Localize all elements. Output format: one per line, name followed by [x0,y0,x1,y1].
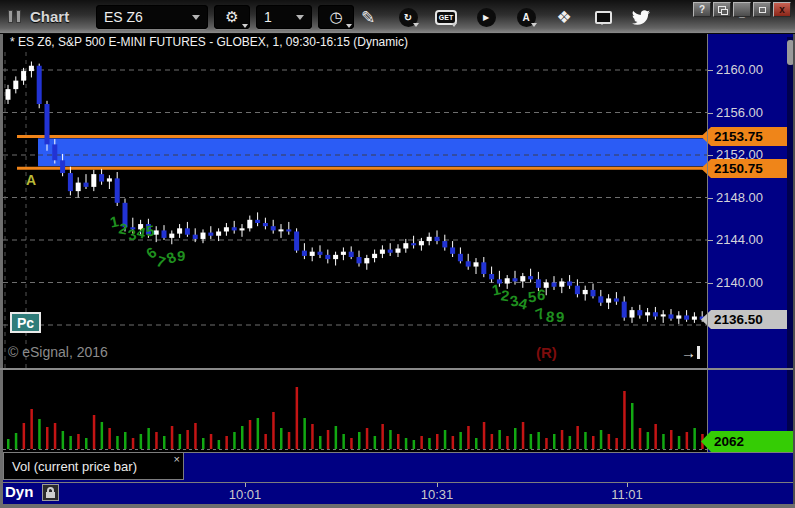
chevron-down-icon [413,23,419,27]
price-axis-label: 2144.00 [716,232,763,247]
auto-trade-button[interactable]: A [513,6,539,28]
price-axis-tick [708,155,713,156]
chevron-down-icon [242,24,248,28]
play-icon: ▶ [477,8,496,27]
symbol-value: ES Z6 [104,9,143,25]
axis-border-line [707,34,708,482]
play-button[interactable]: ▶ [473,6,499,28]
titlebar[interactable]: Chart ES Z6 ⚙ 1 ◷ ✎ ↻ GET ▶ [0,0,795,34]
chevron-down-icon [451,23,457,27]
twitter-share-button[interactable] [628,6,654,28]
pc-study-badge[interactable]: Pc [10,312,41,333]
volume-study-title: Vol (current price bar) [12,459,137,474]
trade-marker-a: A [26,172,36,188]
time-axis-bar[interactable] [3,480,793,504]
symbol-combo[interactable]: ES Z6 [96,5,208,29]
help-button[interactable]: ? [693,2,711,17]
price-axis-label: 2156.00 [716,105,763,120]
reload-chart-button[interactable]: ↻ [395,6,421,28]
volume-study-label: Vol (current price bar) × [3,452,184,480]
time-axis-label: 11:01 [605,487,649,502]
gear-icon: ⚙ [225,8,238,26]
count-7-9-digit: 9 [556,308,564,325]
price-axis-tick [708,113,713,114]
twitter-icon [632,10,650,25]
link-icon: ❖ [556,7,571,28]
window-title: Chart [30,8,69,25]
link-button[interactable]: ❖ [551,6,577,28]
dock-icon [718,6,726,13]
count-7-9-digit: 8 [545,308,555,326]
window-icon [8,10,24,23]
pencil-icon: ✎ [361,7,375,28]
chevron-down-icon [296,15,304,20]
minimize-icon: _ [739,8,745,18]
goto-latest-bar-button[interactable]: → [681,344,700,361]
chevron-down-icon [192,15,200,20]
count-1-6-digit: 5 [527,288,537,306]
minimize-button[interactable]: _ [733,2,751,17]
comment-button[interactable] [590,6,616,28]
count-6-9-digit: 9 [177,247,185,264]
dyn-session-toggle[interactable]: Dyn [5,483,33,500]
last-price-badge: 2136.50 [701,310,793,329]
price-chart-canvas[interactable] [3,52,707,368]
close-button[interactable]: x [773,2,791,17]
lock-icon[interactable] [42,484,59,501]
price-axis-label: 2160.00 [716,62,763,77]
interval-combo[interactable]: 1 [256,5,312,29]
price-axis-tick [708,70,713,71]
chevron-down-icon [531,23,537,27]
help-label: ? [699,5,705,15]
price-axis-tick [708,240,713,241]
session-r-marker: (R) [536,344,557,361]
maximize-button[interactable] [753,2,771,17]
band-bottom-price-badge: 2150.75 [701,159,793,178]
draw-tool-button[interactable]: ✎ [355,6,381,28]
comment-icon [595,11,612,24]
volume-value-badge: 2062 [701,431,793,452]
time-axis-label: 10:01 [223,487,267,502]
band-top-price-badge: 2153.75 [701,127,793,146]
dock-button[interactable] [713,2,731,17]
time-settings-button[interactable]: ◷ [318,5,354,29]
time-axis-line [3,482,793,483]
window-controls: ? _ x [693,2,791,17]
count-1-6-digit: 6 [536,286,546,304]
maximize-icon [759,7,766,13]
price-axis-label: 2148.00 [716,190,763,205]
price-axis-label: 2140.00 [716,275,763,290]
copyright-text: © eSignal, 2016 [8,344,108,360]
arrow-right-icon: → [681,344,696,361]
close-study-icon[interactable]: × [174,454,180,465]
time-axis-label: 10:31 [415,487,459,502]
clock-icon: ◷ [329,8,342,26]
price-axis-tick [708,283,713,284]
get-data-button[interactable]: GET [433,6,459,28]
volume-chart-canvas[interactable] [3,372,707,452]
chevron-down-icon [346,24,352,28]
volume-label-strip [184,452,793,480]
window-frame-bottom [0,504,795,508]
interval-value: 1 [264,9,272,25]
close-icon: x [779,5,785,15]
chart-window: Chart ES Z6 ⚙ 1 ◷ ✎ ↻ GET ▶ [0,0,795,508]
symbol-settings-button[interactable]: ⚙ [214,5,250,29]
pane-divider[interactable] [0,368,795,370]
chart-description: * ES Z6, S&P 500 E-MINI FUTURES - GLOBEX… [3,35,707,52]
price-axis-tick [708,198,713,199]
count-1-5-digit: 5 [145,222,155,240]
